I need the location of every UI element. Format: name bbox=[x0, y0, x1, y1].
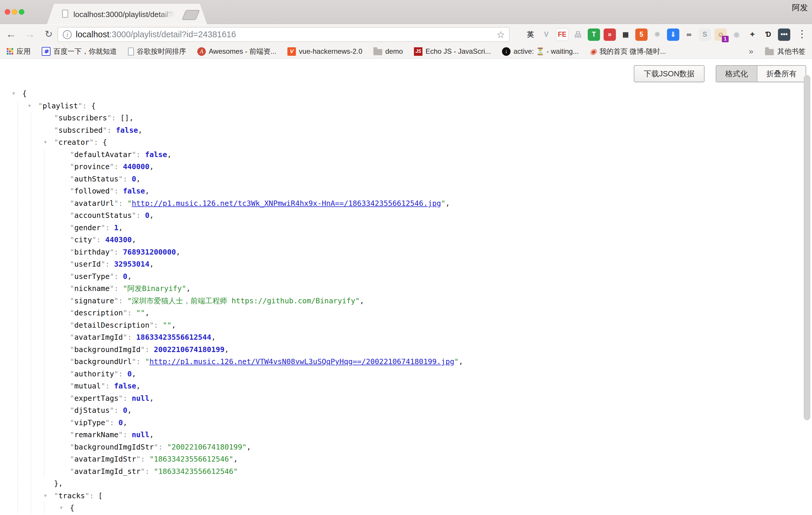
d-icon[interactable]: Ɗ bbox=[762, 28, 775, 41]
json-key: authority bbox=[74, 370, 114, 378]
monkey-icon[interactable]: ☺1 bbox=[715, 28, 727, 41]
indent-guide bbox=[18, 392, 18, 405]
download-json-button[interactable]: 下载JSON数据 bbox=[634, 65, 704, 82]
download-shield-icon[interactable]: ⇓ bbox=[667, 28, 679, 41]
indent-guide bbox=[18, 136, 18, 149]
collapse-arrow-icon[interactable]: ▼ bbox=[44, 490, 47, 502]
url-path: :3000/playlist/detail?id=24381616 bbox=[109, 30, 236, 39]
fe-icon[interactable]: FE bbox=[556, 28, 568, 41]
hummingbird-icon[interactable]: ✦ bbox=[746, 28, 759, 41]
indent-guide bbox=[18, 173, 18, 185]
indent-guide bbox=[18, 270, 18, 283]
folder-icon bbox=[765, 49, 774, 55]
url-host: localhost bbox=[76, 30, 109, 39]
json-token: ": bbox=[114, 199, 127, 208]
s-icon[interactable]: S bbox=[699, 28, 711, 41]
bookmark-item[interactable]: Vvue-hackernews-2.0 bbox=[287, 47, 362, 56]
json-line: ▼{ bbox=[0, 87, 812, 100]
bookmark-item[interactable]: ↓active: ⏳ - waiting... bbox=[502, 47, 579, 56]
reload-button[interactable]: ↻ bbox=[41, 24, 56, 45]
collapse-arrow-icon[interactable]: ▼ bbox=[60, 502, 62, 514]
json-line: "userType": 0, bbox=[0, 270, 812, 283]
json-token: ": bbox=[89, 138, 103, 146]
bookmarks-bar: 应用✽百度一下，你就知道谷歌按时间排序AAwesomes - 前端资...Vvu… bbox=[0, 45, 812, 59]
json-key: mutual bbox=[74, 382, 101, 390]
video-speed-icon[interactable]: » bbox=[604, 28, 616, 41]
json-line: "province": 440000, bbox=[0, 161, 812, 173]
indent-guide bbox=[31, 344, 31, 356]
site-info-icon[interactable]: i bbox=[63, 30, 71, 39]
mask-icon[interactable]: ∞ bbox=[683, 28, 695, 41]
back-button[interactable]: ← bbox=[3, 24, 19, 45]
bookmark-item[interactable]: demo bbox=[373, 47, 403, 56]
profile-name[interactable]: 阿发 bbox=[792, 2, 808, 13]
json-link[interactable]: http://p1.music.126.net/tc3Wk_XNPmwiR4hx… bbox=[132, 199, 441, 208]
green-shield-icon[interactable]: T bbox=[588, 28, 600, 41]
json-key: subscribed bbox=[58, 126, 103, 135]
collapse-all-button[interactable]: 折叠所有 bbox=[757, 66, 806, 82]
json-token: 0 bbox=[123, 406, 127, 414]
bookmark-item[interactable]: 应用 bbox=[6, 47, 31, 56]
html5-player-icon[interactable]: 5 bbox=[635, 28, 647, 41]
json-token: " bbox=[54, 126, 58, 135]
scrollbar-thumb[interactable] bbox=[804, 75, 810, 420]
close-window-button[interactable] bbox=[5, 9, 10, 15]
collapse-arrow-icon[interactable]: ▼ bbox=[12, 87, 15, 100]
bookmark-item[interactable]: ✽百度一下，你就知道 bbox=[42, 47, 117, 56]
indent-guide bbox=[31, 417, 31, 429]
json-line: "subscribers": [], bbox=[0, 112, 812, 124]
indent-guide bbox=[31, 161, 31, 173]
json-line: "backgroundImgId": 2002210674180199, bbox=[0, 344, 812, 356]
chrome-menu-icon[interactable]: ⋮ bbox=[796, 24, 808, 45]
json-token: " bbox=[70, 455, 74, 463]
weibo-gray-icon[interactable]: ◉ bbox=[730, 28, 743, 41]
json-token: ": bbox=[132, 150, 145, 159]
address-bar[interactable]: i localhost:3000/playlist/detail?id=2438… bbox=[58, 27, 510, 42]
indent-guide bbox=[31, 319, 31, 332]
bookmark-item[interactable]: JSEcho JS - JavaScri... bbox=[414, 47, 491, 56]
json-token: " bbox=[54, 491, 58, 500]
bookmark-item[interactable]: 谷歌按时间排序 bbox=[128, 47, 186, 56]
paw-icon[interactable]: ❋ bbox=[651, 28, 663, 41]
indent-guide bbox=[31, 209, 31, 222]
active-tab[interactable]: localhost:3000/playlist/detail?i × bbox=[47, 4, 207, 24]
bookmark-item[interactable]: ◉我的首页 微博-随时... bbox=[590, 47, 666, 56]
org-chart-icon[interactable]: 品 bbox=[572, 28, 584, 41]
minimize-window-button[interactable] bbox=[12, 9, 17, 15]
translate-icon[interactable]: 英 bbox=[524, 28, 536, 41]
json-token: , bbox=[233, 455, 238, 463]
bookmark-item[interactable]: AAwesomes - 前端资... bbox=[197, 47, 276, 56]
zoom-window-button[interactable] bbox=[19, 9, 24, 15]
dots-square-icon[interactable]: ••• bbox=[778, 28, 790, 41]
json-token: ": bbox=[107, 114, 120, 122]
other-bookmarks-button[interactable]: 其他书签 bbox=[765, 47, 806, 56]
json-token: { bbox=[70, 504, 74, 512]
json-actions: 下载JSON数据 格式化 折叠所有 bbox=[634, 65, 806, 82]
json-link[interactable]: http://p1.music.126.net/VTW4vsN08vwL3uSQ… bbox=[149, 357, 455, 366]
collapse-arrow-icon[interactable]: ▼ bbox=[44, 136, 47, 149]
indent-guide bbox=[18, 185, 18, 197]
json-line: "detailDescription": "", bbox=[0, 319, 812, 332]
format-button[interactable]: 格式化 bbox=[716, 66, 757, 82]
indent-guide bbox=[31, 222, 31, 234]
json-token: false bbox=[116, 126, 138, 135]
page-favicon-icon bbox=[62, 10, 68, 18]
json-token: , bbox=[127, 272, 132, 281]
qrcode-icon[interactable]: ▦ bbox=[619, 28, 632, 41]
indent-guide bbox=[31, 124, 31, 137]
json-key: gender bbox=[74, 224, 101, 232]
bookmark-star-icon[interactable]: ☆ bbox=[496, 29, 505, 40]
collapse-arrow-icon[interactable]: ▼ bbox=[28, 100, 31, 112]
bookmark-label: demo bbox=[385, 47, 403, 56]
bookmarks-overflow-chevron[interactable]: » bbox=[749, 47, 753, 56]
indent-guide bbox=[18, 502, 18, 514]
json-key: accountStatus bbox=[74, 211, 132, 220]
json-token: , bbox=[138, 126, 142, 135]
json-token: 0 bbox=[145, 211, 149, 220]
json-token: , bbox=[145, 309, 149, 317]
json-token: , bbox=[119, 224, 123, 232]
json-key: backgroundImgIdStr bbox=[74, 443, 154, 451]
vue-gray-icon[interactable]: V bbox=[540, 28, 552, 41]
json-token: " bbox=[70, 199, 74, 208]
json-key: djStatus bbox=[74, 406, 110, 414]
